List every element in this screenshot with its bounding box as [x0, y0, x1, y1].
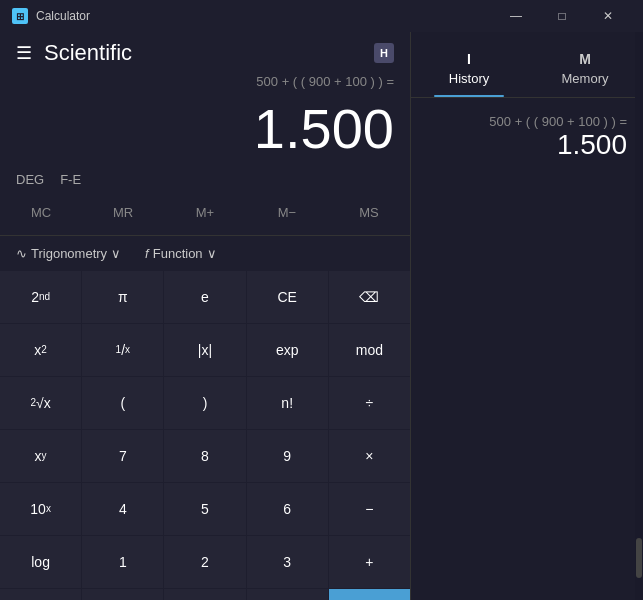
result-display: 1.500 — [16, 98, 394, 160]
button-x2[interactable]: x2 — [0, 324, 81, 376]
button-5[interactable]: 5 — [164, 483, 245, 535]
button-log[interactable]: log — [0, 536, 81, 588]
memory-tab-icon: M — [579, 51, 591, 67]
trig-label: Trigonometry — [31, 246, 107, 261]
history-tab[interactable]: I History — [411, 32, 527, 97]
button-4[interactable]: 4 — [82, 483, 163, 535]
history-entry-expression: 500 + ( ( 900 + 100 ) ) = — [489, 114, 627, 129]
memory-tab-label: Memory — [562, 71, 609, 86]
trig-icon: ∿ — [16, 246, 27, 261]
app-icon: ⊞ — [12, 8, 28, 24]
func-label: Function — [153, 246, 203, 261]
tabs-header: I History M Memory — [411, 32, 643, 98]
button-fact[interactable]: n! — [247, 377, 328, 429]
mode-row: DEG F-E — [0, 168, 410, 191]
button-backspace[interactable]: ⌫ — [329, 271, 410, 323]
button-pow[interactable]: xy — [0, 430, 81, 482]
main-container: ☰ Scientific H 500 + ( ( 900 + 100 ) ) =… — [0, 32, 643, 600]
button-exp[interactable]: exp — [247, 324, 328, 376]
button-ln[interactable]: ln — [0, 589, 81, 600]
trigonometry-dropdown[interactable]: ∿ Trigonometry ∨ — [8, 242, 129, 265]
button-rparen[interactable]: ) — [164, 377, 245, 429]
buttons-grid: 2ndπeCE⌫x21/x|x|expmod2√x()n!÷xy789×10x4… — [0, 271, 410, 600]
func-f-icon: f — [145, 246, 149, 261]
history-tab-icon: I — [467, 51, 471, 67]
button-2nd[interactable]: 2nd — [0, 271, 81, 323]
ms-button[interactable]: MS — [328, 195, 410, 231]
trig-chevron-icon: ∨ — [111, 246, 121, 261]
button-pi[interactable]: π — [82, 271, 163, 323]
func-chevron-icon: ∨ — [207, 246, 217, 261]
button-6[interactable]: 6 — [247, 483, 328, 535]
button-10x[interactable]: 10x — [0, 483, 81, 535]
history-entry-value: 1.500 — [557, 129, 627, 161]
fe-button[interactable]: F-E — [60, 172, 81, 187]
titlebar-left: ⊞ Calculator — [12, 8, 90, 24]
app-header: ☰ Scientific H — [0, 32, 410, 74]
button-e[interactable]: e — [164, 271, 245, 323]
expression-display: 500 + ( ( 900 + 100 ) ) = — [16, 74, 394, 94]
app-mode-title: Scientific — [44, 40, 132, 66]
history-tab-label: History — [449, 71, 489, 86]
mr-button[interactable]: MR — [82, 195, 164, 231]
button-negate[interactable]: +/− — [82, 589, 163, 600]
deg-button[interactable]: DEG — [16, 172, 44, 187]
right-panel: I History M Memory 500 + ( ( 900 + 100 )… — [410, 32, 643, 600]
button-8[interactable]: 8 — [164, 430, 245, 482]
mplus-button[interactable]: M+ — [164, 195, 246, 231]
function-dropdown[interactable]: f Function ∨ — [137, 242, 225, 265]
button-9[interactable]: 9 — [247, 430, 328, 482]
button-sub[interactable]: − — [329, 483, 410, 535]
memory-tab[interactable]: M Memory — [527, 32, 643, 97]
app-title: Calculator — [36, 9, 90, 23]
close-button[interactable]: ✕ — [585, 0, 631, 32]
button-sqrt[interactable]: 2√x — [0, 377, 81, 429]
history-content: 500 + ( ( 900 + 100 ) ) = 1.500 — [411, 98, 643, 177]
menu-icon[interactable]: ☰ — [16, 42, 32, 64]
button-add[interactable]: + — [329, 536, 410, 588]
scrollbar-track[interactable] — [635, 32, 643, 600]
button-lparen[interactable]: ( — [82, 377, 163, 429]
button-decimal[interactable]: . — [247, 589, 328, 600]
titlebar: ⊞ Calculator — □ ✕ — [0, 0, 643, 32]
history-badge[interactable]: H — [374, 43, 394, 63]
mminus-button[interactable]: M− — [246, 195, 328, 231]
button-inv[interactable]: 1/x — [82, 324, 163, 376]
mc-button[interactable]: MC — [0, 195, 82, 231]
minimize-button[interactable]: — — [493, 0, 539, 32]
button-1[interactable]: 1 — [82, 536, 163, 588]
button-ce[interactable]: CE — [247, 271, 328, 323]
button-mod[interactable]: mod — [329, 324, 410, 376]
button-0[interactable]: 0 — [164, 589, 245, 600]
scrollbar-thumb[interactable] — [636, 538, 642, 578]
left-panel: ☰ Scientific H 500 + ( ( 900 + 100 ) ) =… — [0, 32, 410, 600]
button-div[interactable]: ÷ — [329, 377, 410, 429]
button-2[interactable]: 2 — [164, 536, 245, 588]
button-abs[interactable]: |x| — [164, 324, 245, 376]
maximize-button[interactable]: □ — [539, 0, 585, 32]
calculator-display: 500 + ( ( 900 + 100 ) ) = 1.500 — [0, 74, 410, 168]
memory-row: MC MR M+ M− MS — [0, 191, 410, 236]
button-3[interactable]: 3 — [247, 536, 328, 588]
button-mul[interactable]: × — [329, 430, 410, 482]
button-equals[interactable]: = — [329, 589, 410, 600]
function-row: ∿ Trigonometry ∨ f Function ∨ — [0, 236, 410, 271]
window-controls: — □ ✕ — [493, 0, 631, 32]
button-7[interactable]: 7 — [82, 430, 163, 482]
